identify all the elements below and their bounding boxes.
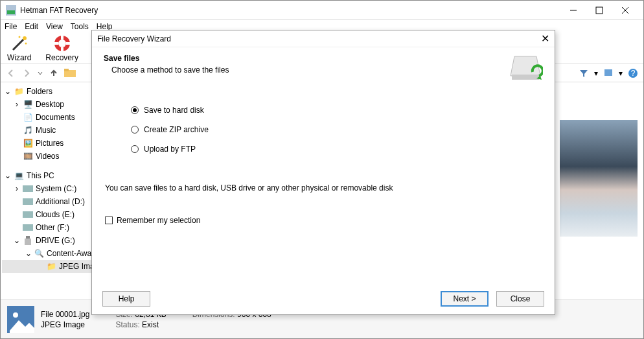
tree-label: Other (F:) (36, 223, 69, 232)
drive-icon (23, 209, 33, 220)
svg-rect-17 (23, 198, 33, 205)
svg-rect-18 (23, 211, 33, 218)
svg-rect-13 (604, 69, 612, 76)
status-value: Exist (142, 320, 159, 329)
dialog-hint: You can save files to a hard disk, USB d… (105, 183, 516, 193)
svg-rect-21 (25, 239, 31, 245)
wizard-button[interactable]: Wizard (7, 34, 31, 62)
drive-icon (23, 183, 33, 194)
svg-rect-16 (23, 185, 33, 192)
remember-label: Remember my selection (117, 216, 200, 225)
svg-point-10 (58, 40, 66, 47)
chevron-down-icon[interactable]: ▾ (619, 69, 623, 78)
drive-icon (23, 196, 33, 207)
tree-label: This PC (27, 171, 54, 180)
svg-text:?: ? (631, 69, 636, 78)
help-button[interactable]: Help (102, 291, 150, 307)
svg-point-6 (23, 36, 27, 40)
tree-label: Videos (36, 152, 59, 161)
monitor-icon: 🖥️ (23, 99, 33, 110)
option-label: Upload by FTP (144, 145, 196, 154)
radio-icon (131, 126, 139, 134)
checkbox-icon (105, 216, 113, 224)
app-icon (6, 5, 16, 16)
tree-label: Desktop (36, 100, 64, 109)
image-icon (7, 306, 34, 333)
radio-icon (131, 145, 139, 153)
view-icon[interactable] (603, 68, 614, 78)
menu-tools[interactable]: Tools (71, 22, 89, 31)
pc-icon: 💻 (14, 170, 24, 181)
nav-up-icon[interactable] (49, 68, 59, 78)
window-title: Hetman FAT Recovery (20, 6, 560, 15)
title-bar: Hetman FAT Recovery (1, 1, 643, 20)
next-button[interactable]: Next > (441, 291, 489, 307)
search-icon: 🔍 (34, 248, 44, 259)
remember-checkbox[interactable]: Remember my selection (105, 216, 516, 225)
svg-rect-12 (64, 69, 69, 71)
menu-file[interactable]: File (5, 22, 17, 31)
svg-point-8 (25, 43, 27, 45)
dialog-heading: Save files (104, 54, 229, 63)
button-label: Close (511, 294, 531, 303)
close-button[interactable] (612, 3, 638, 18)
help-icon[interactable]: ? (628, 68, 638, 78)
tree-label: System (C:) (36, 184, 76, 193)
folder-icon: 📁 (46, 261, 56, 272)
preview-pane (553, 82, 643, 299)
usb-icon (23, 235, 33, 246)
option-save-hdd[interactable]: Save to hard disk (131, 106, 516, 115)
video-icon: 🎞️ (23, 151, 33, 161)
tree-label: Pictures (36, 139, 63, 148)
option-label: Create ZIP archive (144, 125, 209, 134)
preview-image (560, 120, 638, 237)
folder-icon: 📁 (14, 86, 24, 97)
button-label: Help (119, 294, 135, 303)
tree-label: Documents (36, 113, 75, 122)
dialog-titlebar: File Recovery Wizard ✕ (92, 30, 555, 47)
dialog-title: File Recovery Wizard (97, 34, 171, 43)
dialog-close-icon[interactable]: ✕ (541, 32, 549, 45)
menu-edit[interactable]: Edit (25, 22, 38, 31)
menu-view[interactable]: View (46, 22, 63, 31)
svg-rect-3 (596, 7, 603, 14)
music-icon: 🎵 (23, 125, 33, 135)
nav-dropdown-icon[interactable] (37, 70, 43, 76)
file-recovery-wizard-dialog: File Recovery Wizard ✕ Save files Choose… (91, 30, 555, 315)
folder-icon (64, 68, 76, 78)
nav-back-icon[interactable] (6, 68, 16, 78)
svg-rect-19 (23, 224, 33, 231)
close-button[interactable]: Close (496, 291, 544, 307)
detail-type: JPEG Image (41, 320, 89, 329)
radio-icon (131, 106, 139, 114)
svg-rect-24 (512, 75, 539, 80)
chevron-down-icon[interactable]: ▾ (594, 69, 598, 78)
svg-point-7 (18, 36, 20, 38)
filter-icon[interactable] (579, 68, 589, 78)
recovery-label: Recovery (45, 53, 78, 62)
status-label: Status: (115, 320, 139, 329)
maximize-button[interactable] (586, 3, 612, 18)
hdd-save-icon (508, 54, 543, 82)
dialog-subheading: Choose a method to save the files (111, 65, 229, 75)
tree-label: Additional (D:) (36, 197, 85, 206)
svg-point-23 (13, 312, 18, 318)
detail-filename: File 00001.jpg (41, 310, 89, 319)
wizard-label: Wizard (7, 53, 31, 62)
option-upload-ftp[interactable]: Upload by FTP (131, 145, 516, 154)
nav-forward-icon[interactable] (21, 68, 32, 78)
tree-label: Clouds (E:) (36, 210, 75, 219)
option-label: Save to hard disk (144, 106, 204, 115)
tree-label: Music (36, 126, 56, 135)
option-create-zip[interactable]: Create ZIP archive (131, 125, 516, 134)
tree-label: Folders (27, 87, 52, 96)
svg-rect-20 (26, 236, 30, 239)
tree-label: DRIVE (G:) (36, 236, 75, 245)
picture-icon: 🖼️ (23, 138, 33, 148)
wand-icon (10, 34, 29, 53)
recovery-button[interactable]: Recovery (45, 34, 78, 62)
document-icon: 📄 (23, 112, 33, 123)
minimize-button[interactable] (560, 3, 586, 18)
drive-icon (23, 222, 33, 233)
button-label: Next > (453, 294, 476, 303)
